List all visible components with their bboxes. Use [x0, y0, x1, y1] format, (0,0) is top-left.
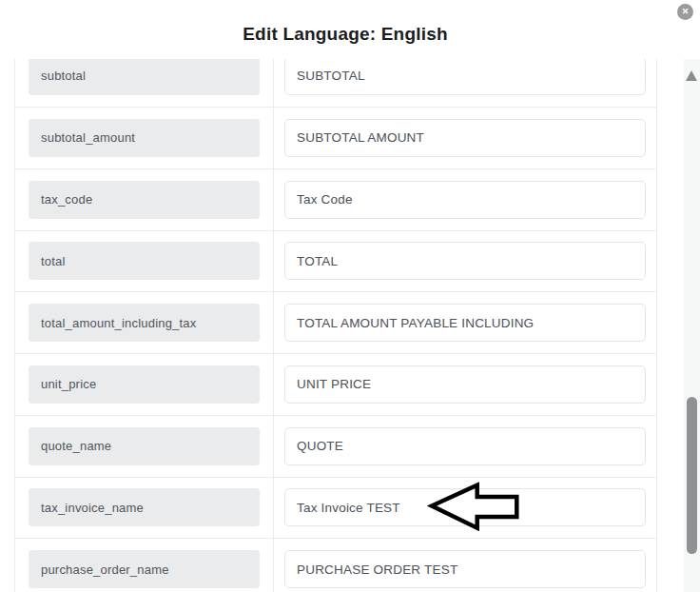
table-row-tax-invoice-name: tax_invoice_name [15, 477, 656, 539]
table-row-total-amount-including-tax: total_amount_including_tax [15, 291, 656, 353]
translation-key-label: tax_invoice_name [29, 488, 260, 526]
translation-value-input[interactable] [284, 488, 646, 526]
translation-key-label: tax_code [29, 181, 260, 219]
table-row-subtotal-amount: subtotal_amount [15, 107, 656, 168]
translation-table: subtotal subtotal_amount tax_code [14, 59, 657, 592]
translation-value-input[interactable] [284, 119, 646, 157]
translation-value-input[interactable] [284, 59, 646, 95]
translation-key-label: total [29, 242, 260, 280]
translation-value-input[interactable] [284, 304, 646, 342]
translation-value-input[interactable] [284, 181, 646, 219]
close-glyph: ✕ [682, 8, 690, 16]
vertical-scrollbar[interactable] [684, 59, 700, 592]
edit-language-modal: Edit Language: English ✕ subtotal subtot… [0, 0, 700, 592]
translation-key-label: subtotal_amount [29, 119, 260, 157]
table-row-quote-name: quote_name [15, 415, 656, 477]
translation-value-input[interactable] [284, 365, 646, 404]
translation-value-input[interactable] [284, 427, 646, 465]
scroll-up-arrow-icon[interactable] [686, 70, 697, 81]
translation-key-label: quote_name [29, 427, 260, 465]
table-row-total: total [15, 230, 656, 292]
translation-key-label: subtotal [29, 59, 260, 95]
scrollbar-thumb[interactable] [687, 397, 697, 554]
modal-title: Edit Language: English [0, 24, 690, 45]
translation-key-label: unit_price [29, 365, 260, 404]
table-row-unit-price: unit_price [15, 353, 656, 415]
table-row-purchase-order-name: purchase_order_name [15, 538, 656, 592]
modal-body-scroll-area: subtotal subtotal_amount tax_code [0, 59, 684, 592]
translation-value-input[interactable] [284, 550, 646, 588]
table-row-tax-code: tax_code [15, 168, 656, 230]
translation-key-label: total_amount_including_tax [29, 304, 260, 342]
translation-value-input[interactable] [284, 242, 646, 280]
table-row-subtotal: subtotal [15, 59, 656, 107]
translation-key-label: purchase_order_name [29, 550, 260, 588]
close-icon[interactable]: ✕ [677, 4, 693, 20]
